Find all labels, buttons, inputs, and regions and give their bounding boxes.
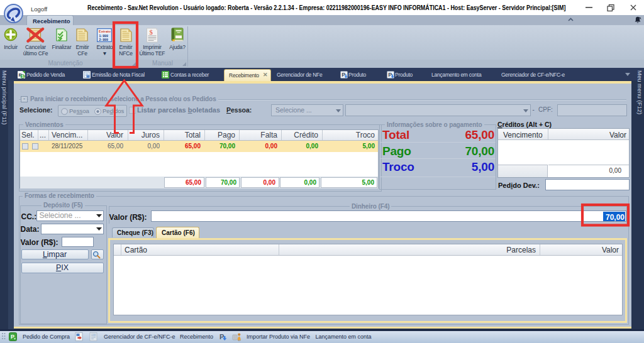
- svg-text:Extrato: Extrato: [99, 30, 111, 33]
- svg-text:$: $: [150, 28, 153, 35]
- svg-text:$: $: [21, 74, 24, 79]
- svg-text:2- 999: 2- 999: [99, 38, 108, 41]
- svg-text:P: P: [219, 333, 224, 340]
- svg-text:P: P: [11, 334, 14, 340]
- svg-text:P: P: [341, 72, 345, 78]
- svg-text:P: P: [388, 72, 392, 78]
